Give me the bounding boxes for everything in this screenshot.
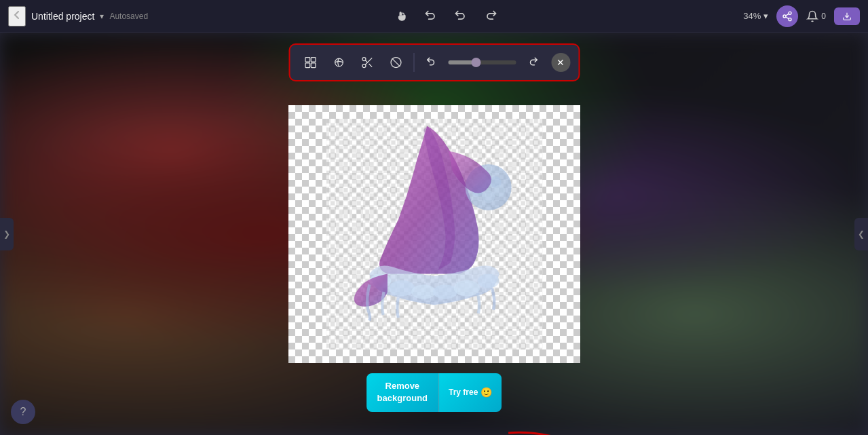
share-button[interactable] bbox=[776, 5, 798, 27]
project-title: Untitled project bbox=[31, 11, 94, 22]
red-arrow-icon bbox=[502, 426, 651, 436]
download-button[interactable] bbox=[834, 7, 860, 25]
header-right: 34% ▾ 0 bbox=[743, 5, 860, 27]
toolbar-erase-tool[interactable] bbox=[383, 50, 408, 75]
back-button[interactable] bbox=[8, 6, 26, 26]
try-free-button[interactable]: Try free 🙂 bbox=[438, 373, 502, 411]
toolbar-separator-1 bbox=[413, 53, 414, 72]
redo-forward-button[interactable] bbox=[481, 7, 500, 26]
notification-button[interactable]: 0 bbox=[806, 10, 826, 22]
canvas-area: ✕ bbox=[0, 33, 868, 435]
left-toggle-icon: ❯ bbox=[3, 229, 10, 239]
canvas-image: Remove background Try free 🙂 bbox=[288, 105, 580, 363]
svg-line-4 bbox=[786, 14, 789, 16]
header-center bbox=[153, 7, 738, 26]
undo-button[interactable] bbox=[421, 7, 440, 26]
santa-hat-image bbox=[319, 119, 550, 349]
svg-point-2 bbox=[789, 18, 791, 20]
toolbar-brush-size-slider[interactable] bbox=[448, 60, 516, 64]
svg-point-1 bbox=[783, 15, 786, 18]
svg-point-21 bbox=[432, 284, 457, 299]
toolbar-close-button[interactable]: ✕ bbox=[551, 53, 570, 72]
try-free-icon: 🙂 bbox=[480, 387, 492, 398]
svg-line-12 bbox=[392, 58, 400, 67]
toolbar-crop-tool[interactable] bbox=[326, 50, 351, 75]
svg-rect-9 bbox=[311, 63, 316, 68]
zoom-control[interactable]: 34% ▾ bbox=[743, 11, 768, 21]
toolbar-cut-tool[interactable] bbox=[355, 50, 379, 75]
toolbar-selection-tool[interactable] bbox=[298, 50, 322, 75]
toolbar-redo-tool[interactable] bbox=[520, 50, 544, 75]
svg-point-0 bbox=[789, 12, 791, 14]
right-toggle-icon: ❮ bbox=[858, 229, 865, 239]
svg-point-29 bbox=[493, 185, 505, 196]
notification-count: 0 bbox=[821, 12, 826, 21]
svg-point-27 bbox=[482, 190, 495, 203]
toolbar-slider-container bbox=[448, 60, 516, 64]
header: Untitled project ▾ Autosaved bbox=[0, 0, 868, 33]
hand-tool-button[interactable] bbox=[392, 7, 411, 26]
svg-rect-8 bbox=[305, 63, 310, 68]
svg-point-23 bbox=[477, 273, 499, 288]
title-chevron[interactable]: ▾ bbox=[100, 12, 104, 21]
remove-bg-button[interactable]: Remove background bbox=[366, 373, 438, 411]
redo-back-button[interactable] bbox=[451, 7, 470, 26]
left-panel-toggle[interactable]: ❯ bbox=[0, 218, 14, 250]
svg-point-20 bbox=[411, 284, 436, 299]
try-free-label: Try free bbox=[449, 387, 478, 397]
help-button[interactable]: ? bbox=[11, 400, 35, 424]
floating-toolbar: ✕ bbox=[288, 43, 580, 81]
svg-rect-6 bbox=[305, 58, 310, 62]
svg-point-10 bbox=[335, 58, 343, 67]
zoom-label: 34% bbox=[743, 11, 761, 21]
header-left: Untitled project ▾ Autosaved bbox=[8, 6, 148, 26]
svg-point-22 bbox=[453, 280, 479, 296]
svg-rect-7 bbox=[311, 58, 316, 62]
right-panel-toggle[interactable]: ❮ bbox=[854, 218, 868, 250]
help-icon: ? bbox=[20, 406, 26, 418]
svg-point-19 bbox=[389, 280, 415, 296]
arrow-container bbox=[502, 426, 651, 436]
svg-line-3 bbox=[786, 17, 789, 19]
toolbar-undo-tool[interactable] bbox=[419, 50, 444, 75]
autosaved-label: Autosaved bbox=[109, 12, 148, 21]
zoom-chevron: ▾ bbox=[763, 11, 768, 21]
remove-bg-container: Remove background Try free 🙂 bbox=[366, 373, 502, 411]
